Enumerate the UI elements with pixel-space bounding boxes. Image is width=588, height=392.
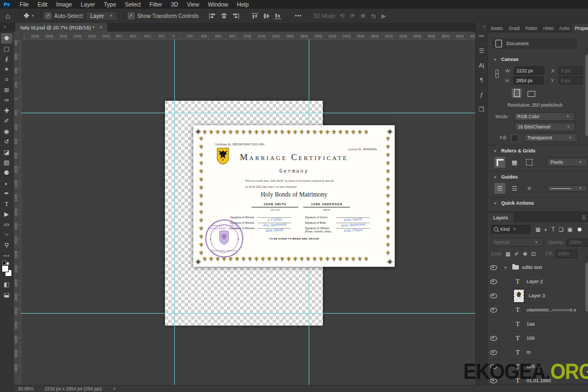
grid-toggle-button[interactable]: ▦ — [509, 157, 520, 168]
height-field[interactable]: 2854 px — [513, 76, 544, 84]
character-panel-icon[interactable]: A| — [476, 58, 487, 73]
layer-row[interactable]: Layer 3 — [488, 289, 588, 303]
menu-window[interactable]: Window — [204, 0, 232, 9]
align-bottom-edges-icon[interactable] — [274, 13, 281, 19]
rulers-grids-section-header[interactable]: ▼ Rulers & Grids — [493, 148, 588, 154]
menu-file[interactable]: File — [15, 0, 33, 9]
healing-brush-tool[interactable]: ✚ — [1, 106, 13, 116]
brush-tool[interactable]: ✐ — [1, 116, 13, 126]
paragraph-panel-icon[interactable]: ¶ — [476, 73, 487, 88]
tool-presets-panel-icon[interactable]: ☰ — [476, 44, 487, 58]
guides-section-header[interactable]: ▼ Guides — [493, 174, 588, 180]
marquee-tool[interactable]: ▢ — [1, 44, 13, 54]
pen-tool[interactable]: ✒ — [1, 188, 13, 199]
lasso-tool[interactable]: ∮ — [1, 54, 13, 64]
expand-panels-icon[interactable]: « — [483, 24, 486, 29]
auto-select-target-dropdown[interactable]: Layer ▼ — [86, 11, 118, 21]
menu-filter[interactable]: Filter — [145, 0, 166, 9]
guide-horizontal-2[interactable] — [21, 313, 475, 314]
eraser-tool[interactable]: ◪ — [1, 147, 13, 157]
canvas-area[interactable]: 2000180016001400120010008006004002000200… — [14, 32, 475, 385]
canvas-section-header[interactable]: ▼ Canvas — [493, 57, 588, 62]
panel-tab-swatc[interactable]: Swatc — [488, 24, 506, 33]
panel-tab-histo[interactable]: Histo — [541, 24, 556, 33]
align-top-edges-icon[interactable] — [252, 13, 259, 19]
blur-tool[interactable]: ⚈ — [1, 168, 13, 178]
portrait-orientation-button[interactable] — [512, 88, 522, 98]
quick-selection-tool[interactable]: ✶ — [1, 64, 13, 75]
chevron-down-icon[interactable]: ▼ — [504, 266, 507, 270]
lock-transparency-icon[interactable]: ▦ — [505, 251, 510, 257]
menu-type[interactable]: Type — [99, 0, 120, 9]
layer-row[interactable]: T1aa — [488, 317, 588, 332]
history-brush-tool[interactable]: ↺ — [1, 137, 13, 147]
more-align-options-icon[interactable]: ••• — [295, 13, 302, 19]
fill-swatch[interactable] — [511, 134, 519, 142]
align-right-edges-icon[interactable] — [232, 13, 239, 19]
edit-toolbar[interactable]: ••• — [1, 250, 13, 261]
landscape-orientation-button[interactable] — [526, 89, 536, 99]
layer-row[interactable]: Tm — [488, 345, 588, 360]
type-tool[interactable]: T — [1, 199, 13, 209]
rulers-toggle-button[interactable] — [494, 157, 505, 168]
zoom-tool[interactable]: ⚲ — [1, 240, 13, 250]
layer-visibility-toggle-off[interactable] — [488, 317, 499, 331]
filter-shape-layers-icon[interactable]: ❏ — [559, 226, 564, 232]
menu-help[interactable]: Help — [232, 0, 253, 9]
opacity-field[interactable]: 100% — [567, 238, 588, 247]
menu-edit[interactable]: Edit — [33, 0, 52, 9]
hand-tool[interactable]: ☞ — [1, 230, 13, 240]
frame-tool[interactable]: ⊞ — [1, 85, 13, 95]
x-field[interactable]: 0 px — [559, 66, 583, 75]
panel-menu-icon[interactable]: ☰ — [581, 215, 586, 222]
layers-scrollbar[interactable] — [585, 262, 588, 311]
layer-fill-field[interactable]: 100% — [555, 250, 577, 258]
auto-select-checkbox[interactable]: ✓ — [45, 13, 51, 19]
align-horizontal-centers-icon[interactable] — [220, 13, 228, 19]
menu-3d[interactable]: 3D — [167, 0, 182, 9]
move-tool-icon[interactable]: ✥ — [23, 12, 29, 20]
layer-visibility-toggle[interactable] — [488, 345, 499, 359]
properties-scrollbar[interactable] — [585, 54, 588, 136]
guides-toggle-button[interactable]: ☰ — [494, 183, 505, 194]
layer-visibility-toggle[interactable] — [488, 274, 499, 289]
toolbar-collapse-icon[interactable]: » — [3, 24, 6, 29]
quick-actions-section-header[interactable]: ▼ Quick Actions — [493, 200, 588, 206]
menu-select[interactable]: Select — [120, 0, 145, 9]
layer-visibility-toggle[interactable] — [488, 289, 499, 303]
filter-adjustment-layers-icon[interactable]: ◐ — [544, 226, 548, 232]
foreground-color-swatch[interactable] — [2, 265, 9, 272]
screen-mode-button[interactable]: ⬓ — [1, 290, 13, 300]
glyphs-panel-icon[interactable]: ƒ — [476, 88, 487, 102]
y-field[interactable]: 0 px — [559, 76, 583, 84]
dodge-tool[interactable]: ◐ — [1, 178, 13, 188]
align-vertical-centers-icon[interactable] — [263, 13, 270, 19]
home-icon[interactable]: ⌂ — [5, 11, 10, 20]
ruler-horizontal[interactable]: 2000180016001400120010008006004002000200… — [21, 32, 475, 40]
document-tab[interactable]: Italy id.psd @ 20.7% (RGB/16) * × — [15, 23, 107, 32]
brush-settings-panel-icon[interactable]: ✏ — [476, 29, 487, 44]
filter-type-layers-icon[interactable]: T — [552, 226, 555, 232]
layer-filter-dropdown[interactable]: Kind ▼ — [491, 225, 530, 234]
lock-guides-button[interactable]: ☲ — [509, 183, 520, 194]
filter-smart-objects-icon[interactable]: ▣ — [567, 226, 572, 232]
libraries-panel-icon[interactable]: ❒ — [476, 102, 487, 117]
layer-row[interactable]: ▼edite text — [488, 260, 588, 275]
lock-paint-icon[interactable]: ✐ — [514, 251, 519, 257]
marriage-certificate-image[interactable]: ⚜⚜⚜⚜⚜⚜⚜⚜⚜⚜⚜⚜⚜⚜⚜⚜⚜⚜⚜⚜⚜⚜⚜⚜⚜⚜ ⚜⚜⚜⚜⚜⚜⚜⚜⚜⚜⚜⚜⚜… — [193, 125, 395, 267]
panel-tab-gradi[interactable]: Gradi — [506, 24, 523, 33]
layer-row[interactable]: Tcilla000000...<<<<<<<0 d — [488, 303, 588, 317]
ruler-vertical[interactable]: 8006004002000200400600800100012001400160… — [14, 39, 21, 385]
bit-depth-dropdown[interactable]: 16 Bits/Channel ▼ — [514, 122, 575, 131]
ruler-units-dropdown[interactable]: Pixels ▼ — [547, 158, 587, 167]
guide-horizontal-1[interactable] — [21, 113, 475, 113]
align-left-edges-icon[interactable] — [209, 13, 216, 19]
shape-tool[interactable]: ▭ — [1, 219, 13, 230]
eyedropper-tool[interactable]: ✑ — [1, 95, 13, 106]
link-dimensions-icon[interactable] — [495, 70, 499, 77]
fill-dropdown[interactable]: Transparent ▼ — [524, 133, 578, 142]
crop-tool[interactable]: ⌗ — [1, 75, 13, 85]
lock-artboard-icon[interactable]: ⊡ — [531, 251, 536, 257]
path-selection-tool[interactable]: ▶ — [1, 209, 13, 219]
zoom-level[interactable]: 20.66% — [18, 386, 34, 391]
